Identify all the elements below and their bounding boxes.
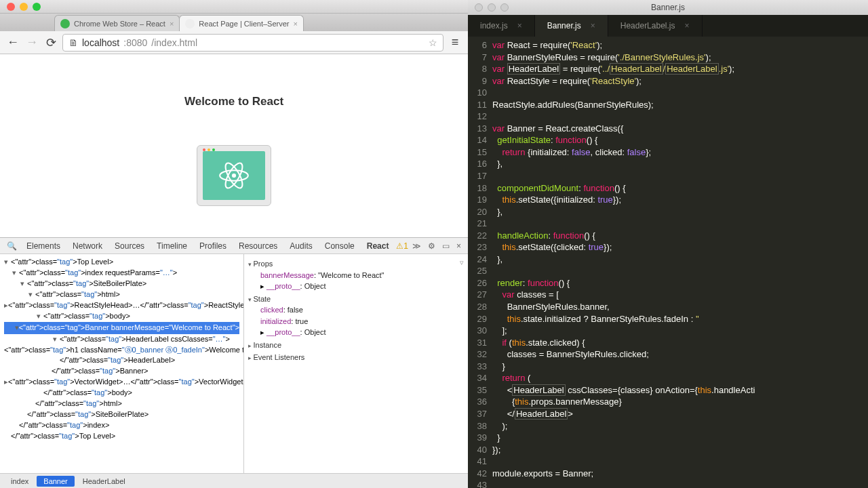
- code-area[interactable]: 6789101112131415161718192021222324252627…: [468, 37, 868, 488]
- warning-badge[interactable]: ⚠1: [396, 241, 408, 251]
- crumb-headerlabel[interactable]: HeaderLabel: [76, 476, 132, 487]
- editor-tabs: index.js×Banner.js×HeaderLabel.js×: [468, 15, 868, 37]
- editor-window: Banner.js index.js×Banner.js×HeaderLabel…: [468, 0, 868, 488]
- sidebar-section-instance[interactable]: Instance: [248, 340, 464, 351]
- page-icon: 🗎: [68, 37, 78, 48]
- code-lines[interactable]: var React = require('React');var BannerS…: [492, 39, 868, 488]
- tree-row[interactable]: </"attr">class="tag">SiteBoilerPlate>: [4, 409, 239, 420]
- tree-row[interactable]: </"attr">class="tag">body>: [4, 388, 239, 399]
- gear-icon[interactable]: ⚙: [425, 241, 438, 251]
- react-atom-icon: [216, 158, 252, 193]
- tree-row[interactable]: ▸<"attr">class="tag">VectorWidget>…</"at…: [4, 377, 239, 388]
- favicon-icon: [60, 19, 70, 28]
- devtools-tab-elements[interactable]: Elements: [21, 239, 66, 253]
- step-icon[interactable]: ≫: [410, 241, 424, 251]
- url-host: localhost: [82, 37, 119, 48]
- editor-titlebar[interactable]: Banner.js: [468, 0, 868, 15]
- url-port: :8080: [123, 37, 147, 48]
- svg-point-0: [232, 174, 236, 178]
- address-bar[interactable]: 🗎 localhost:8080/index.html ☆: [62, 34, 443, 52]
- back-button[interactable]: ←: [5, 35, 20, 50]
- devtools-tab-sources[interactable]: Sources: [109, 239, 150, 253]
- editor-filename: Banner.js: [651, 3, 685, 12]
- close-tab-icon[interactable]: ×: [684, 21, 689, 30]
- minimize-icon[interactable]: [20, 3, 28, 11]
- window-titlebar[interactable]: [0, 0, 468, 14]
- tree-row[interactable]: ▾<"attr">class="tag">index requestParams…: [4, 268, 239, 279]
- sidebar-kv: bannerMessage: "Welcome to React": [260, 270, 464, 281]
- filter-icon[interactable]: ▿: [460, 257, 464, 268]
- editor-tab-index-js[interactable]: index.js×: [468, 15, 535, 37]
- tree-row[interactable]: </"attr">class="tag">index>: [4, 420, 239, 431]
- reload-button[interactable]: ⟳: [43, 35, 58, 50]
- react-logo-card: [197, 145, 271, 206]
- devtools-tab-audits[interactable]: Audits: [284, 239, 317, 253]
- devtools-tab-profiles[interactable]: Profiles: [194, 239, 232, 253]
- close-icon[interactable]: [7, 3, 15, 11]
- devtools-tabs: 🔍 Elements Network Sources Timeline Prof…: [0, 238, 468, 254]
- tree-row[interactable]: ▾<"attr">class="tag">body>: [4, 311, 239, 322]
- dock-icon[interactable]: ▭: [439, 241, 452, 251]
- close-tab-icon[interactable]: ×: [517, 21, 522, 30]
- tree-row[interactable]: </"attr">class="tag">Top Level>: [4, 431, 239, 442]
- sidebar-kv: clicked: false: [260, 304, 464, 316]
- tree-row[interactable]: </"attr">class="tag">html>: [4, 399, 239, 409]
- zoom-icon[interactable]: [500, 3, 509, 12]
- tree-row[interactable]: ▸<"attr">class="tag">ReactStyleHead>…</"…: [4, 300, 239, 311]
- breadcrumb: indexBannerHeaderLabel: [0, 473, 468, 488]
- sidebar-section-state[interactable]: State: [248, 293, 464, 305]
- line-gutter: 6789101112131415161718192021222324252627…: [468, 39, 492, 488]
- tree-row[interactable]: ▾<"attr">class="tag">HeaderLabel cssClas…: [4, 334, 239, 345]
- search-icon[interactable]: 🔍: [4, 241, 20, 251]
- page-heading: Welcome to React: [184, 95, 283, 108]
- tree-row[interactable]: ▾<"attr">class="tag">Banner bannerMessag…: [4, 322, 239, 334]
- close-tab-icon[interactable]: ×: [293, 20, 297, 28]
- tab-title: Chrome Web Store – React: [74, 20, 165, 28]
- sidebar-section-event-listeners[interactable]: Event Listeners: [248, 352, 464, 363]
- sidebar-kv: ▸ __proto__: Object: [260, 327, 464, 338]
- editor-tab-Banner-js[interactable]: Banner.js×: [535, 15, 608, 37]
- devtools-panel: 🔍 Elements Network Sources Timeline Prof…: [0, 237, 468, 488]
- tree-row[interactable]: ▾<"attr">class="tag">html>: [4, 289, 239, 300]
- tree-row[interactable]: </"attr">class="tag">Banner>: [4, 366, 239, 377]
- devtools-tab-timeline[interactable]: Timeline: [151, 239, 193, 253]
- close-icon[interactable]: [475, 3, 483, 12]
- devtools-tab-console[interactable]: Console: [319, 239, 360, 253]
- browser-tabs: Chrome Web Store – React × React Page | …: [0, 14, 468, 31]
- zoom-icon[interactable]: [33, 3, 41, 11]
- devtools-tab-network[interactable]: Network: [67, 239, 108, 253]
- react-sidebar: ▿ Props bannerMessage: "Welcome to React…: [244, 254, 468, 473]
- url-path: /index.html: [151, 37, 197, 48]
- bookmark-icon[interactable]: ☆: [429, 37, 437, 48]
- close-tab-icon[interactable]: ×: [591, 21, 595, 30]
- crumb-index[interactable]: index: [4, 476, 35, 487]
- browser-toolbar: ← → ⟳ 🗎 localhost:8080/index.html ☆ ≡: [0, 31, 468, 54]
- sidebar-section-props[interactable]: Props: [248, 258, 464, 270]
- tab-title: React Page | Client–Server: [199, 20, 289, 28]
- tree-row[interactable]: ▾<"attr">class="tag">SiteBoilerPlate>: [4, 279, 239, 289]
- tree-row[interactable]: ▾<"attr">class="tag">Top Level>: [4, 257, 239, 268]
- react-tree[interactable]: ▾<"attr">class="tag">Top Level>▾<"attr">…: [0, 254, 244, 473]
- close-tab-icon[interactable]: ×: [170, 20, 174, 28]
- devtools-tab-react[interactable]: React: [361, 239, 395, 253]
- crumb-banner[interactable]: Banner: [37, 476, 74, 487]
- tree-row[interactable]: </"attr">class="tag">HeaderLabel>: [4, 355, 239, 366]
- close-devtools-icon[interactable]: ×: [454, 241, 464, 251]
- chrome-window: Chrome Web Store – React × React Page | …: [0, 0, 468, 488]
- sidebar-kv: initialized: true: [260, 316, 464, 327]
- devtools-tab-resources[interactable]: Resources: [233, 239, 283, 253]
- page-viewport: Welcome to React: [0, 54, 468, 237]
- sidebar-kv: ▸ __proto__: Object: [260, 281, 464, 292]
- forward-button[interactable]: →: [24, 35, 39, 50]
- favicon-icon: [185, 19, 195, 28]
- editor-tab-HeaderLabel-js[interactable]: HeaderLabel.js×: [608, 15, 703, 37]
- menu-button[interactable]: ≡: [448, 35, 462, 50]
- tree-row[interactable]: <"attr">class="tag">h1 className="ⓐ0_ban…: [4, 345, 239, 356]
- browser-tab-0[interactable]: Chrome Web Store – React ×: [54, 15, 180, 31]
- minimize-icon[interactable]: [488, 3, 496, 12]
- browser-tab-1[interactable]: React Page | Client–Server ×: [179, 15, 304, 31]
